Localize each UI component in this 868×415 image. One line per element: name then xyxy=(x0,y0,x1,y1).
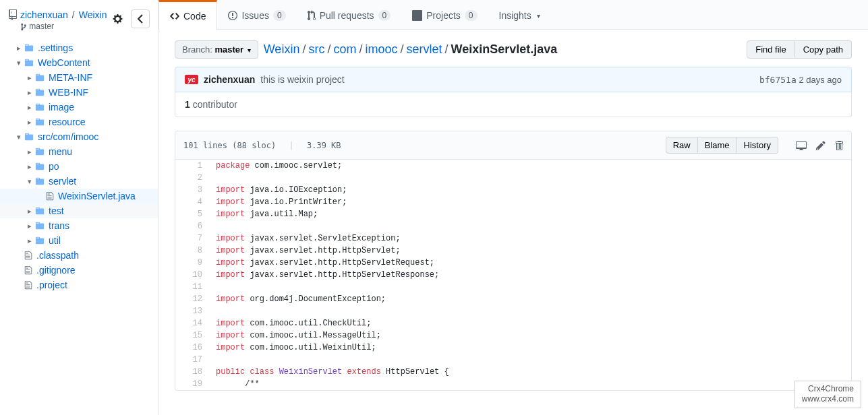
code-line[interactable]: /** xyxy=(209,378,851,390)
commit-author[interactable]: zichenxuan xyxy=(204,74,255,85)
code-line[interactable]: import javax.servlet.http.HttpServlet; xyxy=(209,245,851,257)
line-number[interactable]: 14 xyxy=(175,317,209,329)
breadcrumb-link[interactable]: servlet xyxy=(406,42,442,56)
tree-item-label: resource xyxy=(49,117,85,127)
tree-item-weixinservlet-java[interactable]: WeixinServlet.java xyxy=(0,189,158,203)
desktop-icon[interactable] xyxy=(796,140,807,151)
code-line[interactable] xyxy=(209,354,851,366)
line-number[interactable]: 8 xyxy=(175,245,209,257)
find-file-button[interactable]: Find file xyxy=(747,40,795,59)
line-number[interactable]: 13 xyxy=(175,305,209,317)
tree-item-servlet[interactable]: servlet xyxy=(0,174,158,189)
tree-item-label: util xyxy=(49,235,61,246)
code-line[interactable]: import com.imooc.util.MessageUtil; xyxy=(209,329,851,342)
repo-tabs: Code Issues 0 Pull requests 0 Projects 0… xyxy=(158,0,868,30)
tree-item-webcontent[interactable]: WebContent xyxy=(0,55,158,70)
commit-message[interactable]: this is weixin project xyxy=(260,74,345,85)
blame-button[interactable]: Blame xyxy=(698,137,737,154)
branch-indicator: master xyxy=(20,22,107,31)
tree-item-util[interactable]: util xyxy=(0,233,158,248)
chevron-down-icon: ▾ xyxy=(537,12,540,20)
line-number[interactable]: 12 xyxy=(175,293,209,305)
tree-item-po[interactable]: po xyxy=(0,159,158,174)
tree-item-src-com-imooc[interactable]: src/com/imooc xyxy=(0,129,158,144)
tree-item-menu[interactable]: menu xyxy=(0,144,158,159)
breadcrumb-link[interactable]: src xyxy=(308,42,324,56)
chevron-icon xyxy=(24,222,35,230)
tab-code[interactable]: Code xyxy=(158,0,217,30)
code-line[interactable]: public class WeixinServlet extends HttpS… xyxy=(209,366,851,378)
code-line[interactable]: import javax.servlet.http.HttpServletRes… xyxy=(209,269,851,281)
code-line[interactable]: import javax.servlet.ServletException; xyxy=(209,232,851,245)
copy-path-button[interactable]: Copy path xyxy=(795,40,852,59)
line-number[interactable]: 2 xyxy=(175,172,209,184)
branch-select-button[interactable]: Branch: master ▾ xyxy=(175,40,258,59)
line-number[interactable]: 15 xyxy=(175,329,209,342)
tree-item-label: po xyxy=(49,161,59,172)
line-number[interactable]: 5 xyxy=(175,208,209,220)
tree-item-image[interactable]: image xyxy=(0,100,158,115)
file-size: 3.39 KB xyxy=(307,141,341,150)
tree-item--project[interactable]: .project xyxy=(0,278,158,292)
breadcrumb-link[interactable]: imooc xyxy=(365,42,397,56)
code-line[interactable] xyxy=(209,281,851,293)
line-number[interactable]: 3 xyxy=(175,184,209,196)
code-line[interactable]: import java.util.Map; xyxy=(209,208,851,220)
chevron-icon xyxy=(24,88,35,97)
tab-issues[interactable]: Issues 0 xyxy=(217,0,296,29)
code-line[interactable]: import com.imooc.util.CheckUtil; xyxy=(209,317,851,329)
repo-icon xyxy=(8,9,18,20)
repo-name-link[interactable]: Weixin xyxy=(79,9,107,20)
line-number[interactable]: 17 xyxy=(175,354,209,366)
line-number[interactable]: 6 xyxy=(175,220,209,232)
settings-button[interactable] xyxy=(108,9,127,28)
raw-button[interactable]: Raw xyxy=(666,137,698,154)
code-line[interactable]: import com.imooc.util.WeixinUtil; xyxy=(209,342,851,354)
tree-item-test[interactable]: test xyxy=(0,203,158,218)
line-number[interactable]: 7 xyxy=(175,232,209,245)
tree-item-label: WeixinServlet.java xyxy=(58,191,136,201)
collapse-sidebar-button[interactable] xyxy=(131,9,150,28)
delete-icon[interactable] xyxy=(835,140,843,151)
tree-item--settings[interactable]: .settings xyxy=(0,40,158,55)
tree-item-resource[interactable]: resource xyxy=(0,115,158,129)
code-line[interactable]: import java.io.PrintWriter; xyxy=(209,196,851,208)
tree-item--gitignore[interactable]: .gitignore xyxy=(0,263,158,278)
line-number[interactable]: 19 xyxy=(175,378,209,390)
line-number[interactable]: 18 xyxy=(175,366,209,378)
code-line[interactable] xyxy=(209,172,851,184)
breadcrumb-link[interactable]: Weixin xyxy=(264,42,300,56)
tree-item-trans[interactable]: trans xyxy=(0,218,158,233)
code-line[interactable] xyxy=(209,220,851,232)
line-number[interactable]: 4 xyxy=(175,196,209,208)
tree-item-label: menu xyxy=(49,146,72,157)
code-line[interactable]: import java.io.IOException; xyxy=(209,184,851,196)
tree-item--classpath[interactable]: .classpath xyxy=(0,248,158,263)
tree-item-label: .settings xyxy=(38,42,73,53)
tree-item-meta-inf[interactable]: META-INF xyxy=(0,70,158,85)
breadcrumb-link[interactable]: com xyxy=(333,42,356,56)
line-number[interactable]: 1 xyxy=(175,160,209,172)
tree-item-label: test xyxy=(49,205,64,216)
contributors-box: 1 contributor xyxy=(175,92,852,117)
tab-projects[interactable]: Projects 0 xyxy=(401,0,488,29)
code-line[interactable]: import org.dom4j.DocumentException; xyxy=(209,293,851,305)
commit-age: 2 days ago xyxy=(799,75,842,85)
repo-owner-link[interactable]: zichenxuan xyxy=(20,9,68,20)
code-line[interactable] xyxy=(209,305,851,317)
history-button[interactable]: History xyxy=(737,137,778,154)
line-number[interactable]: 10 xyxy=(175,269,209,281)
edit-icon[interactable] xyxy=(816,140,826,151)
tab-insights[interactable]: Insights ▾ xyxy=(488,0,551,29)
line-number[interactable]: 11 xyxy=(175,281,209,293)
chevron-icon xyxy=(24,162,35,171)
tree-item-label: META-INF xyxy=(49,72,92,83)
tree-item-web-inf[interactable]: WEB-INF xyxy=(0,85,158,100)
line-number[interactable]: 16 xyxy=(175,342,209,354)
code-line[interactable]: package com.imooc.servlet; xyxy=(209,160,851,172)
code-line[interactable]: import javax.servlet.http.HttpServletReq… xyxy=(209,257,851,269)
chevron-icon xyxy=(24,177,35,186)
commit-sha[interactable]: bf6751a xyxy=(759,75,797,85)
line-number[interactable]: 9 xyxy=(175,257,209,269)
tab-pull-requests[interactable]: Pull requests 0 xyxy=(297,0,402,29)
